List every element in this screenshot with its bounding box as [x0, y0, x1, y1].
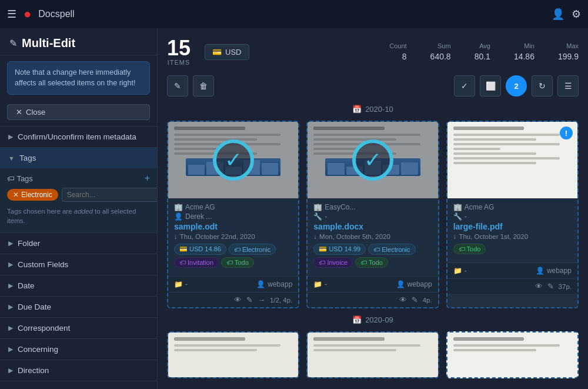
tag-invoice-2[interactable]: 🏷 Invoice [313, 257, 353, 268]
section-date-label-09: 2020-09 [365, 315, 393, 324]
confirm-label: Confirm/Unconfirm item metadata [18, 132, 136, 141]
page-info-2: 4p. [423, 297, 432, 304]
doc-name-1: sample.odt [174, 222, 292, 231]
tag-todo[interactable]: 🏷 Todo [221, 257, 254, 268]
doc-info-3: 🏢 Acme AG 🔧 - large-file.pdf ↓ Thu, Octo… [447, 198, 577, 262]
currency-badge[interactable]: 💳 USD [205, 44, 249, 60]
concerning-label: Concerning [18, 345, 58, 354]
settings-icon[interactable]: ⚙ [572, 8, 581, 21]
unconfirm-button[interactable]: ⬜ [480, 75, 501, 97]
sum-value: 640.8 [430, 52, 451, 61]
sidebar-item-correspondent[interactable]: ▶ Correspondent [0, 318, 157, 338]
tag-invitation[interactable]: 🏷 Invitation [174, 257, 219, 268]
items-label: ITEMS [167, 59, 191, 66]
sidebar-section-concerning: ▶ Concerning [0, 338, 157, 360]
sidebar-item-tags[interactable]: ▼ Tags [0, 148, 157, 168]
sidebar-item-folder[interactable]: ▶ Folder [0, 233, 157, 254]
sidebar-section-folder: ▶ Folder [0, 232, 157, 254]
date-label: Date [18, 281, 35, 290]
stats-bar: 15 ITEMS 💳 USD Count 8 Sum 640.8 Avg [167, 38, 579, 66]
sidebar-item-name[interactable]: ▶ Name [0, 381, 157, 389]
tag-usd[interactable]: 💳 USD 14.86 [174, 244, 226, 255]
user-icon[interactable]: 👤 [552, 8, 564, 21]
stat-min: Min 14.86 [514, 42, 534, 61]
doc-tags-2: 💳 USD 14.99 🏷 Electronic 🏷 Invoice 🏷 Tod… [313, 244, 432, 268]
selection-count-badge[interactable]: 2 [506, 75, 527, 97]
sidebar-item-confirm[interactable]: ▶ Confirm/Unconfirm item metadata [0, 127, 157, 147]
folder-icon: 📁 [453, 267, 462, 275]
sum-label: Sum [430, 42, 451, 49]
doc-lines-4 [168, 333, 298, 378]
sidebar-notice: Note that a change here immediatly affec… [7, 61, 150, 95]
sidebar-section-direction: ▶ Direction [0, 360, 157, 381]
doc-grid-2020-09 [167, 331, 579, 378]
doc-date-1: ↓ Thu, October 22nd, 2020 [174, 233, 292, 240]
sidebar-item-direction[interactable]: ▶ Direction [0, 360, 157, 381]
view-button-1[interactable]: 👁 [234, 295, 242, 304]
sidebar-item-custom-fields[interactable]: ▶ Custom Fields [0, 254, 157, 275]
check-circle-2: ✓ [352, 139, 393, 181]
doc-person-1: 👤 Derek ... [174, 212, 292, 221]
sidebar-item-due-date[interactable]: ▶ Due Date [0, 297, 157, 317]
doc-thumbnail-5 [308, 333, 437, 378]
sidebar-section-custom-fields: ▶ Custom Fields [0, 254, 157, 275]
tags-add-button[interactable]: + [145, 173, 150, 184]
tag-electronic[interactable]: 🏷 Electronic [229, 244, 276, 255]
doc-line [174, 344, 280, 347]
items-number: 15 [167, 38, 191, 59]
tag-chip-x-icon[interactable]: ✕ [13, 191, 19, 199]
doc-card-6[interactable] [446, 331, 579, 378]
doc-name-2: sample.docx [313, 222, 432, 231]
doc-card-5[interactable] [306, 331, 439, 378]
delete-button[interactable]: 🗑 [193, 75, 214, 97]
selection-count: 2 [514, 82, 518, 91]
building-icon: 🏢 [313, 203, 322, 211]
doc-card-1[interactable]: ✓ 🏢 Acme AG 👤 Derek ... sample.odt ↓ [167, 121, 299, 308]
doc-tags-3: 🏷 Todo [453, 244, 572, 254]
close-x-icon: ✕ [16, 108, 22, 117]
doc-card-4[interactable] [167, 331, 299, 378]
doc-name-3: large-file.pdf [453, 222, 572, 231]
close-button[interactable]: ✕ Close [7, 104, 150, 120]
items-count: 15 ITEMS [167, 38, 191, 66]
doc-line [453, 162, 536, 164]
doc-actions-2: 👁 ✎ 4p. [308, 292, 437, 307]
correspondent-label: Correspondent [18, 324, 70, 333]
edit-action-3[interactable]: ✎ [547, 282, 554, 291]
hamburger-icon[interactable]: ☰ [7, 8, 16, 21]
doc-folder-3: 📁 - [453, 267, 467, 275]
check-circle-1: ✓ [213, 139, 254, 181]
sidebar-item-date[interactable]: ▶ Date [0, 275, 157, 296]
list-view-button[interactable]: ☰ [557, 75, 579, 97]
edit-action-1[interactable]: ✎ [246, 295, 253, 304]
doc-card-2[interactable]: ✓ 🏢 EasyCo... 🔧 - sample.docx ↓ [306, 121, 439, 308]
user-icon: 👤 [256, 280, 265, 288]
forward-icon[interactable]: → [258, 295, 265, 304]
view-button-3[interactable]: 👁 [535, 282, 543, 291]
view-button-2[interactable]: 👁 [399, 295, 407, 304]
refresh-button[interactable]: ↻ [532, 75, 553, 97]
tags-search-input[interactable] [62, 188, 158, 202]
doc-card-3[interactable]: ! 🏢 Acme AG 🔧 - large-file.pdf ↓ Thu, Oc… [446, 121, 579, 308]
doc-thumbnail-6 [447, 333, 577, 378]
doc-owner-3: 👤 webapp [536, 267, 572, 275]
chevron-right-icon: ▶ [8, 367, 13, 374]
edit-button[interactable]: ✎ [167, 75, 188, 97]
tag-todo-2[interactable]: 🏷 Todo [355, 257, 388, 268]
edit-action-2[interactable]: ✎ [412, 295, 418, 304]
doc-person-2: 🔧 - [313, 212, 432, 221]
tag-electronic-2[interactable]: 🏷 Electronic [368, 244, 415, 255]
app-name: Docspell [38, 9, 74, 19]
sidebar-item-concerning[interactable]: ▶ Concerning [0, 339, 157, 360]
tag-todo-3[interactable]: 🏷 Todo [453, 244, 486, 254]
tag-usd-2[interactable]: 💳 USD 14.99 [313, 244, 366, 255]
avg-value: 80.1 [475, 52, 490, 61]
tag-chip-electronic[interactable]: ✕ Electronic [7, 189, 58, 201]
confirm-button[interactable]: ✓ [454, 75, 475, 97]
tags-content: 🏷 Tags + ✕ Electronic ▾ Tags chosen here… [0, 168, 157, 232]
min-label: Min [514, 42, 534, 49]
topnav: ☰ ● Docspell 👤 ⚙ [0, 0, 588, 28]
doc-line [174, 337, 245, 341]
stats-columns: Count 8 Sum 640.8 Avg 80.1 Min 14.86 Max [389, 42, 579, 61]
max-label: Max [558, 42, 579, 49]
